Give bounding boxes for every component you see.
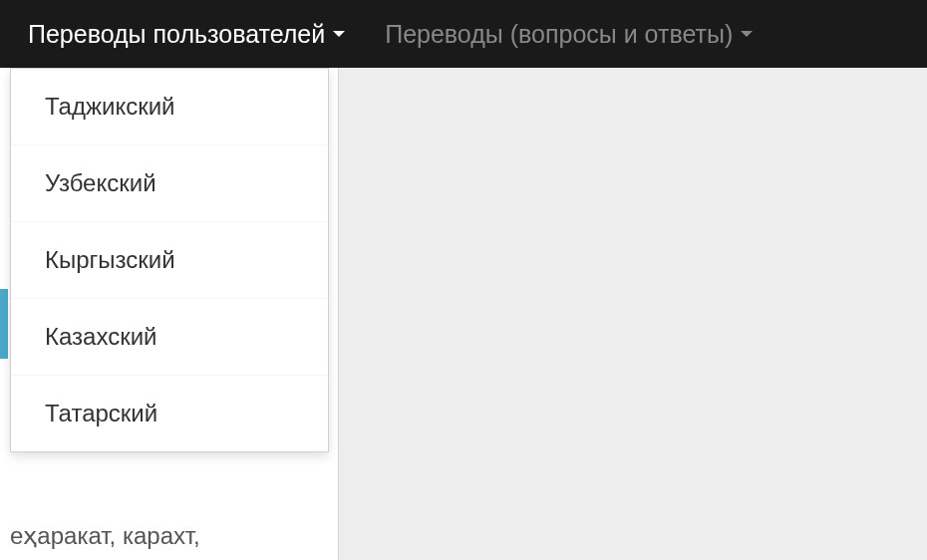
sidebar-accent-indicator — [0, 289, 8, 359]
navbar: Переводы пользователей Переводы (вопросы… — [0, 0, 927, 68]
nav-label: Переводы (вопросы и ответы) — [385, 20, 733, 49]
nav-user-translations[interactable]: Переводы пользователей — [28, 0, 385, 68]
language-dropdown: Таджикский Узбекский Кыргызский Казахски… — [10, 68, 329, 452]
dropdown-item-uzbek[interactable]: Узбекский — [11, 145, 328, 222]
caret-down-icon — [333, 31, 345, 37]
dropdown-item-tatar[interactable]: Татарский — [11, 376, 328, 451]
dropdown-item-label: Таджикский — [45, 93, 174, 120]
caret-down-icon — [741, 31, 753, 37]
dropdown-item-label: Кыргызский — [45, 246, 175, 273]
dropdown-item-kazakh[interactable]: Казахский — [11, 299, 328, 376]
nav-label: Переводы пользователей — [28, 20, 325, 49]
nav-translations-qa[interactable]: Переводы (вопросы и ответы) — [385, 0, 792, 68]
dropdown-item-label: Узбекский — [45, 169, 156, 196]
dropdown-item-label: Казахский — [45, 323, 156, 350]
dropdown-item-kyrgyz[interactable]: Кыргызский — [11, 222, 328, 299]
dropdown-item-tajik[interactable]: Таджикский — [11, 69, 328, 145]
partial-text-behind: еҳаракат, карахт, — [10, 522, 200, 550]
dropdown-item-label: Татарский — [45, 400, 157, 426]
content-background — [339, 68, 927, 560]
